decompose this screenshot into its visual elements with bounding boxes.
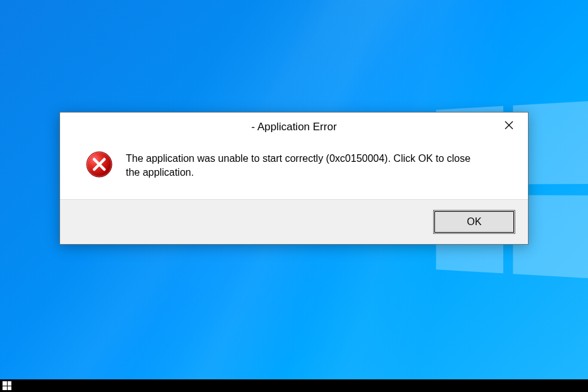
ok-button[interactable]: OK (433, 210, 515, 234)
desktop-wallpaper: - Application Error (0, 0, 588, 379)
dialog-title: - Application Error (251, 121, 336, 133)
dialog-footer: OK (60, 199, 528, 244)
windows-icon (3, 381, 7, 386)
taskbar[interactable] (0, 379, 588, 392)
error-icon (85, 150, 113, 178)
close-button[interactable] (490, 113, 528, 138)
close-icon (505, 121, 513, 130)
dialog-titlebar[interactable]: - Application Error (60, 113, 528, 142)
error-dialog: - Application Error (59, 112, 529, 245)
dialog-message: The application was unable to start corr… (126, 150, 474, 180)
dialog-body: The application was unable to start corr… (60, 142, 528, 199)
start-button[interactable] (3, 381, 11, 390)
